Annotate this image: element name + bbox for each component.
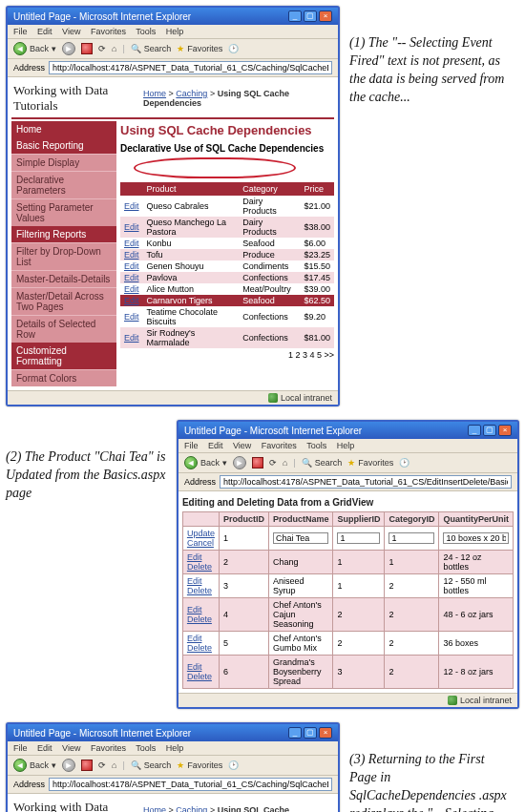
favorites-button[interactable]: ★ Favorites bbox=[177, 760, 222, 770]
table-row: EditQueso Manchego La PastoraDairy Produ… bbox=[120, 217, 334, 238]
nav-header[interactable]: Home bbox=[11, 121, 116, 137]
delete-link[interactable]: Delete bbox=[187, 562, 212, 572]
menu-tools[interactable]: Tools bbox=[136, 27, 156, 36]
edit-link[interactable]: Edit bbox=[124, 201, 139, 211]
id-cell: 6 bbox=[219, 656, 268, 689]
menu-file[interactable]: File bbox=[13, 743, 28, 753]
edit-link[interactable]: Edit bbox=[124, 333, 139, 343]
edit-link[interactable]: Edit bbox=[187, 576, 202, 586]
nav-item[interactable]: Format Colors bbox=[11, 369, 116, 386]
edit-link[interactable]: Edit bbox=[124, 250, 139, 260]
nav-item[interactable]: Filter by Drop-Down List bbox=[11, 242, 116, 270]
maximize-button[interactable]: ▢ bbox=[304, 10, 317, 22]
menu-tools[interactable]: Tools bbox=[306, 441, 326, 450]
price-cell: $21.00 bbox=[300, 196, 334, 217]
crumb-home[interactable]: Home bbox=[143, 805, 166, 812]
address-input[interactable] bbox=[49, 61, 332, 74]
supplier-input[interactable] bbox=[337, 532, 380, 544]
edit-link[interactable]: Edit bbox=[187, 662, 202, 672]
menu-edit[interactable]: Edit bbox=[208, 441, 223, 450]
menu-help[interactable]: Help bbox=[166, 743, 184, 753]
nav-item[interactable]: Details of Selected Row bbox=[11, 315, 116, 343]
search-button[interactable]: 🔍 Search bbox=[131, 44, 172, 53]
nav-item[interactable]: Setting Parameter Values bbox=[11, 198, 116, 226]
nav-header[interactable]: Basic Reporting bbox=[11, 137, 116, 154]
menu-favorites[interactable]: Favorites bbox=[91, 27, 126, 36]
edit-link[interactable]: Edit bbox=[124, 239, 139, 248]
minimize-button[interactable]: _ bbox=[468, 425, 481, 436]
pager[interactable]: 1 2 3 4 5 >> bbox=[120, 350, 334, 360]
home-button[interactable]: ⌂ bbox=[283, 458, 287, 468]
back-button[interactable]: ◄Back ▾ bbox=[13, 759, 56, 772]
nav-item[interactable]: Master-Details-Details bbox=[11, 270, 116, 287]
favorites-button[interactable]: ★ Favorites bbox=[177, 44, 222, 53]
minimize-button[interactable]: _ bbox=[288, 10, 302, 22]
menu-view[interactable]: View bbox=[233, 441, 251, 450]
close-button[interactable]: × bbox=[319, 727, 332, 739]
history-icon[interactable]: 🕑 bbox=[399, 458, 410, 468]
search-button[interactable]: 🔍 Search bbox=[302, 458, 343, 468]
menu-view[interactable]: View bbox=[62, 27, 80, 36]
refresh-button[interactable]: ⟳ bbox=[98, 44, 106, 53]
stop-button[interactable] bbox=[81, 760, 93, 771]
back-button[interactable]: ◄Back ▾ bbox=[13, 42, 56, 55]
edit-link[interactable]: Edit bbox=[187, 605, 202, 614]
category-input[interactable] bbox=[388, 532, 434, 544]
name-input[interactable] bbox=[273, 532, 329, 544]
edit-link[interactable]: Edit bbox=[124, 296, 139, 305]
menu-edit[interactable]: Edit bbox=[37, 743, 52, 753]
edit-link[interactable]: Edit bbox=[124, 222, 139, 232]
menu-file[interactable]: File bbox=[13, 27, 28, 36]
maximize-button[interactable]: ▢ bbox=[483, 425, 496, 436]
delete-link[interactable]: Delete bbox=[187, 672, 212, 681]
qty-input[interactable] bbox=[443, 532, 509, 544]
edit-link[interactable]: Edit bbox=[187, 552, 202, 562]
minimize-button[interactable]: _ bbox=[288, 727, 302, 739]
stop-button[interactable] bbox=[81, 43, 93, 54]
crumb-section[interactable]: Caching bbox=[176, 89, 207, 98]
menu-edit[interactable]: Edit bbox=[37, 27, 52, 36]
close-button[interactable]: × bbox=[498, 425, 512, 436]
edit-link[interactable]: Edit bbox=[124, 261, 139, 271]
edit-link[interactable]: Edit bbox=[124, 273, 139, 282]
cancel-link[interactable]: Cancel bbox=[187, 538, 214, 548]
menu-file[interactable]: File bbox=[184, 441, 199, 450]
home-button[interactable]: ⌂ bbox=[112, 44, 116, 53]
maximize-button[interactable]: ▢ bbox=[304, 727, 317, 739]
update-link[interactable]: Update bbox=[187, 529, 215, 538]
forward-button[interactable]: ► bbox=[62, 759, 75, 772]
nav-item[interactable]: Declarative Parameters bbox=[11, 171, 116, 198]
crumb-section[interactable]: Caching bbox=[176, 805, 207, 812]
close-button[interactable]: × bbox=[319, 10, 332, 22]
stop-button[interactable] bbox=[252, 457, 263, 468]
edit-link[interactable]: Edit bbox=[124, 284, 139, 294]
forward-button[interactable]: ► bbox=[62, 42, 75, 55]
home-button[interactable]: ⌂ bbox=[112, 760, 116, 770]
menu-tools[interactable]: Tools bbox=[136, 743, 156, 753]
menu-help[interactable]: Help bbox=[337, 441, 355, 450]
crumb-home[interactable]: Home bbox=[143, 89, 166, 98]
menu-view[interactable]: View bbox=[62, 743, 80, 753]
favorites-button[interactable]: ★ Favorites bbox=[347, 458, 393, 468]
nav-header[interactable]: Filtering Reports bbox=[11, 226, 116, 242]
menu-favorites[interactable]: Favorites bbox=[262, 441, 297, 450]
nav-item[interactable]: Master/Detail Across Two Pages bbox=[11, 287, 116, 315]
refresh-button[interactable]: ⟳ bbox=[98, 760, 106, 770]
delete-link[interactable]: Delete bbox=[187, 586, 212, 595]
address-input[interactable] bbox=[220, 475, 512, 489]
back-button[interactable]: ◄Back ▾ bbox=[184, 456, 227, 469]
history-icon[interactable]: 🕑 bbox=[228, 760, 239, 770]
refresh-button[interactable]: ⟳ bbox=[269, 458, 277, 468]
nav-header[interactable]: Customized Formatting bbox=[11, 343, 116, 369]
edit-link[interactable]: Edit bbox=[187, 634, 202, 643]
menu-favorites[interactable]: Favorites bbox=[91, 743, 126, 753]
nav-item[interactable]: Simple Display bbox=[11, 154, 116, 171]
menu-help[interactable]: Help bbox=[166, 27, 184, 36]
delete-link[interactable]: Delete bbox=[187, 614, 212, 624]
history-icon[interactable]: 🕑 bbox=[228, 44, 239, 53]
delete-link[interactable]: Delete bbox=[187, 643, 212, 653]
edit-link[interactable]: Edit bbox=[124, 312, 139, 322]
address-input[interactable] bbox=[49, 778, 332, 791]
search-button[interactable]: 🔍 Search bbox=[131, 760, 172, 770]
forward-button[interactable]: ► bbox=[233, 456, 246, 469]
